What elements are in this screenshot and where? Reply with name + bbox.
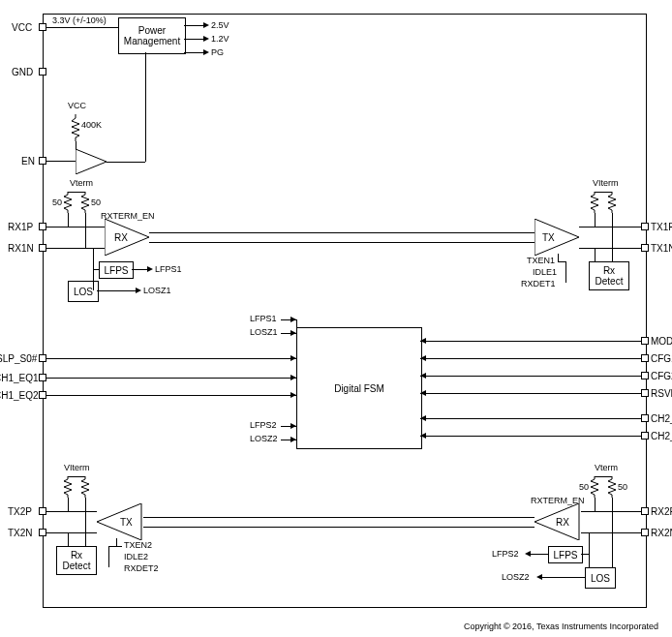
lfps1-label: LFPS1 bbox=[155, 264, 182, 274]
svg-text:TX: TX bbox=[542, 232, 555, 243]
wire bbox=[149, 232, 535, 233]
wire bbox=[579, 227, 641, 228]
viterm-label-2: VIterm bbox=[64, 463, 90, 472]
pin-ch1-eq1 bbox=[39, 374, 46, 381]
pin-gnd bbox=[39, 68, 46, 76]
rx-amp: RX bbox=[105, 219, 151, 258]
r50-label: 50 bbox=[91, 197, 101, 207]
pin-mode bbox=[641, 337, 649, 345]
arrow-icon bbox=[290, 355, 296, 361]
wire bbox=[420, 341, 641, 342]
pin-label: SLP_S0# bbox=[0, 353, 37, 364]
txen1-label: TXEN1 bbox=[527, 256, 555, 265]
v12-label: 1.2V bbox=[211, 34, 229, 44]
wire bbox=[93, 227, 105, 228]
wire bbox=[420, 393, 641, 394]
resistor-icon bbox=[64, 192, 72, 209]
pin-label: TX1P bbox=[651, 222, 672, 232]
resistor-icon bbox=[81, 476, 89, 494]
resistor-icon bbox=[591, 192, 598, 209]
pin-label: GND bbox=[12, 67, 33, 77]
resistor-icon bbox=[608, 192, 616, 209]
resistor-icon bbox=[591, 476, 598, 494]
r50-label: 50 bbox=[579, 482, 589, 492]
r50-label: 50 bbox=[52, 197, 62, 207]
digital-fsm-block: Digital FSM bbox=[296, 327, 422, 449]
pin-label: RSVD1 bbox=[651, 388, 672, 399]
wire bbox=[420, 418, 641, 419]
wire bbox=[85, 532, 86, 546]
r400k-label: 400K bbox=[81, 120, 102, 130]
wire bbox=[132, 269, 147, 270]
wire bbox=[46, 511, 97, 512]
lfps2-label: LFPS2 bbox=[492, 549, 519, 559]
pin-ch2-eq2 bbox=[641, 432, 649, 440]
wire bbox=[184, 25, 203, 26]
losz2-label: LOSZ2 bbox=[502, 572, 530, 582]
pin-cfg1 bbox=[641, 354, 649, 362]
wire bbox=[531, 554, 548, 555]
svg-text:RX: RX bbox=[556, 517, 569, 528]
wire bbox=[68, 498, 69, 511]
rxdet1-label: RXDET1 bbox=[521, 279, 556, 288]
wire bbox=[97, 290, 136, 291]
pin-cfg2 bbox=[641, 372, 649, 379]
pin-label: MODE bbox=[651, 336, 672, 347]
arrow-icon bbox=[147, 266, 153, 272]
arrow-icon bbox=[203, 22, 209, 28]
losz2-in-label: LOSZ2 bbox=[250, 434, 278, 443]
wire bbox=[143, 517, 535, 518]
wire bbox=[46, 378, 296, 379]
wire bbox=[145, 52, 146, 162]
rx-detect-block-2: Rx Detect bbox=[56, 546, 97, 575]
wire bbox=[46, 248, 93, 249]
wire bbox=[581, 532, 641, 533]
wire bbox=[108, 546, 122, 547]
viterm-label: VIterm bbox=[593, 178, 619, 188]
wire bbox=[595, 498, 596, 511]
lfps2-in-label: LFPS2 bbox=[250, 420, 277, 430]
wire bbox=[612, 498, 613, 532]
pin-label: CFG1 bbox=[651, 353, 672, 364]
pin-label: CH2_EQ1 bbox=[651, 413, 672, 424]
arrow-icon bbox=[420, 355, 426, 361]
pin-label: EN bbox=[21, 156, 35, 167]
wire bbox=[68, 532, 69, 546]
wire bbox=[184, 39, 203, 40]
wire bbox=[612, 213, 613, 248]
pin-rx2p bbox=[641, 507, 649, 515]
wire bbox=[595, 476, 612, 477]
wire bbox=[420, 376, 641, 377]
arrow-icon bbox=[525, 551, 531, 557]
arrow-icon bbox=[536, 574, 542, 580]
lfps-block: LFPS bbox=[99, 261, 134, 279]
pin-ch2-eq1 bbox=[641, 414, 649, 422]
pin-en bbox=[39, 157, 46, 165]
rxdet2-label: RXDET2 bbox=[124, 563, 159, 573]
pin-label: RX1P bbox=[8, 222, 33, 232]
arrow-icon bbox=[290, 437, 296, 442]
wire bbox=[116, 538, 117, 546]
pin-rx2n bbox=[641, 529, 649, 536]
wire bbox=[420, 358, 641, 359]
wire bbox=[108, 546, 109, 567]
wire bbox=[581, 511, 641, 512]
wire bbox=[595, 192, 612, 193]
lfps1-in-label: LFPS1 bbox=[250, 314, 277, 323]
arrow-icon bbox=[290, 392, 296, 398]
pin-label: RX1N bbox=[8, 243, 34, 254]
arrow-icon bbox=[420, 373, 426, 379]
pin-label: TX1N bbox=[651, 243, 672, 254]
wire bbox=[296, 319, 297, 327]
pin-label: CFG2 bbox=[651, 371, 672, 381]
idle2-label: IDLE2 bbox=[124, 552, 148, 561]
svg-text:RX: RX bbox=[114, 232, 128, 243]
resistor-icon bbox=[64, 476, 72, 494]
vterm-label: Vterm bbox=[70, 178, 93, 188]
pin-label: CH1_EQ2 bbox=[0, 390, 39, 401]
arrow-icon bbox=[290, 375, 296, 380]
r50-label: 50 bbox=[618, 482, 627, 492]
arrow-icon bbox=[420, 390, 426, 396]
arrow-icon bbox=[420, 338, 426, 344]
arrow-icon bbox=[203, 36, 209, 42]
